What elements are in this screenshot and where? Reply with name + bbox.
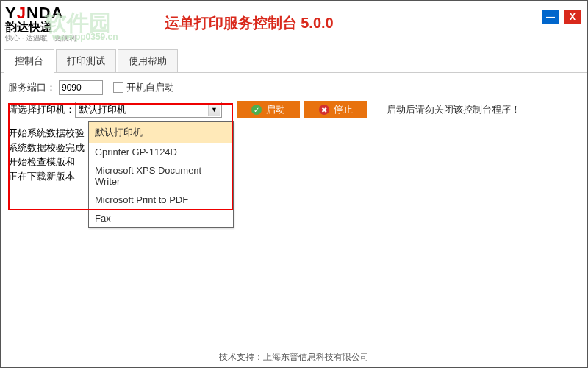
close-button[interactable]: X xyxy=(564,10,581,24)
start-button[interactable]: ✓ 启动 xyxy=(237,101,300,118)
stop-button[interactable]: ✖ 停止 xyxy=(304,101,368,118)
minimize-button[interactable]: — xyxy=(542,10,559,24)
check-icon: ✓ xyxy=(251,105,262,115)
tab-console[interactable]: 控制台 xyxy=(4,49,54,73)
tab-print-test[interactable]: 打印测试 xyxy=(56,49,116,72)
autostart-checkbox[interactable] xyxy=(113,82,123,93)
stop-button-label: 停止 xyxy=(334,103,353,116)
warning-text: 启动后请勿关闭该控制台程序！ xyxy=(387,103,520,116)
stop-icon: ✖ xyxy=(319,105,329,115)
title-bar: 软件园 www.pp0359.cn YJNDA 韵达快递 快心 · 达温暖 · … xyxy=(1,1,587,46)
dropdown-item-pdf[interactable]: Microsoft Print to PDF xyxy=(89,191,233,209)
logo-y: Y xyxy=(5,4,17,22)
printer-row: 请选择打印机： 默认打印机 ▼ ✓ 启动 ✖ 停止 启动后请勿关闭该控制台程序！ xyxy=(8,101,580,118)
dropdown-item-default[interactable]: 默认打印机 xyxy=(89,122,233,143)
dropdown-item-xps[interactable]: Microsoft XPS Document Writer xyxy=(89,161,233,191)
port-row: 服务端口： 开机自启动 xyxy=(8,80,580,95)
printer-label: 请选择打印机： xyxy=(8,103,75,116)
tab-help[interactable]: 使用帮助 xyxy=(118,49,178,72)
start-button-label: 启动 xyxy=(266,103,285,116)
app-title: 运单打印服务控制台 5.0.0 xyxy=(165,13,334,33)
watermark-url: www.pp0359.cn xyxy=(52,32,118,42)
footer-company: 上海东普信息科技有限公司 xyxy=(263,352,369,362)
printer-combobox[interactable]: 默认打印机 ▼ xyxy=(75,102,222,118)
printer-dropdown: 默认打印机 Gprinter GP-1124D Microsoft XPS Do… xyxy=(88,121,234,228)
autostart-label: 开机自启动 xyxy=(126,81,174,94)
dropdown-item-fax[interactable]: Fax xyxy=(89,209,233,227)
footer-label: 技术支持： xyxy=(219,352,263,362)
port-label: 服务端口： xyxy=(8,81,56,94)
port-input[interactable] xyxy=(59,80,103,95)
printer-selected-value: 默认打印机 xyxy=(79,103,126,116)
footer: 技术支持：上海东普信息科技有限公司 xyxy=(0,351,588,364)
chevron-down-icon[interactable]: ▼ xyxy=(208,103,220,116)
dropdown-item-gprinter[interactable]: Gprinter GP-1124D xyxy=(89,143,233,161)
tab-strip: 控制台 打印测试 使用帮助 xyxy=(1,49,587,73)
logo-j: J xyxy=(17,4,26,22)
